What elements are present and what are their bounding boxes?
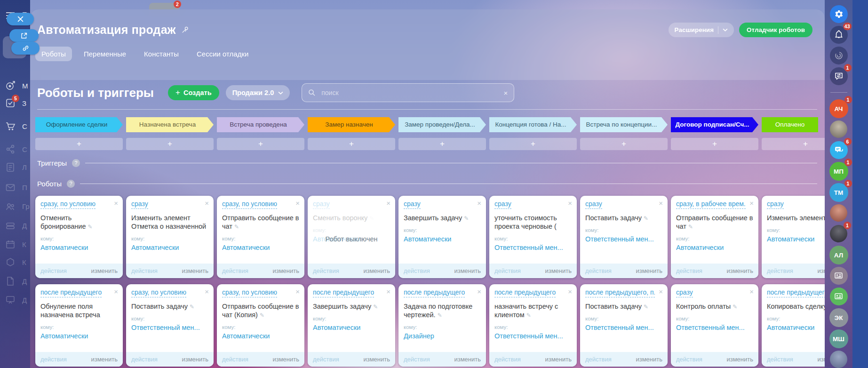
help-icon[interactable]: ? <box>67 180 75 188</box>
edit-pencil-icon[interactable]: ✎ <box>88 224 92 230</box>
robot-assignee-link[interactable]: Ответственный мен... <box>494 244 572 251</box>
sidebar-item-Л[interactable]: Л <box>5 162 27 172</box>
robot-close-icon[interactable]: × <box>386 288 390 296</box>
actions-link[interactable]: действия <box>494 267 521 274</box>
robot-close-icon[interactable]: × <box>295 199 300 207</box>
edit-link[interactable]: изменить <box>91 356 118 363</box>
edit-link[interactable]: изменить <box>726 356 753 363</box>
robot-close-icon[interactable]: × <box>477 288 481 296</box>
stage-chevron[interactable]: Назначена встреча <box>126 117 214 132</box>
robot-assignee-link[interactable]: Автоматически <box>404 235 481 243</box>
tab-Сессии отладки[interactable]: Сессии отладки <box>191 47 255 61</box>
robot-when-link[interactable]: сразу <box>767 200 784 209</box>
robot-assignee-link[interactable]: Ответственный мен... <box>585 235 662 243</box>
add-robot-button[interactable]: + <box>126 138 214 150</box>
edit-link[interactable]: изменить <box>545 356 572 363</box>
robot-close-icon[interactable]: × <box>295 288 300 296</box>
edit-link[interactable]: изменить <box>636 267 662 274</box>
robot-assignee-link[interactable]: Автоматически <box>40 244 118 251</box>
robot-close-icon[interactable]: × <box>568 288 572 296</box>
robot-assignee-link[interactable]: Ответственный мен... <box>585 324 662 331</box>
add-robot-button[interactable]: + <box>671 138 758 150</box>
robot-assignee-link[interactable]: Автоматически <box>767 235 825 243</box>
actions-link[interactable]: действия <box>767 267 793 274</box>
contacts-card-icon[interactable] <box>830 267 848 285</box>
tab-Константы[interactable]: Константы <box>138 47 185 61</box>
edit-link[interactable]: изменить <box>91 267 118 274</box>
support-spiral-icon[interactable] <box>830 47 848 64</box>
robot-when-link[interactable]: сразу <box>494 200 511 209</box>
robot-when-link[interactable]: сразу, по условию <box>222 200 277 209</box>
actions-link[interactable]: действия <box>676 267 702 274</box>
robot-when-link[interactable]: после предыдущего <box>767 288 825 297</box>
stage-chevron[interactable]: Встреча проведена <box>217 117 304 132</box>
robot-when-link[interactable]: сразу <box>131 200 148 209</box>
close-slider-button[interactable] <box>7 13 34 25</box>
edit-pencil-icon[interactable]: ✎ <box>234 224 239 230</box>
robot-close-icon[interactable]: × <box>749 199 754 207</box>
robot-assignee-link[interactable]: Автоматически <box>767 324 825 331</box>
edit-link[interactable]: изменить <box>545 267 572 274</box>
robot-close-icon[interactable]: × <box>568 199 572 207</box>
messenger-icon[interactable]: 6 <box>830 141 848 159</box>
sidebar-item-К[interactable]: К <box>5 257 26 267</box>
robot-close-icon[interactable]: × <box>205 199 209 207</box>
pin-icon[interactable] <box>181 26 189 34</box>
tab-Роботы[interactable]: Роботы <box>35 47 72 61</box>
robot-assignee-link[interactable]: Автоматически <box>131 244 208 251</box>
avatar-ek[interactable]: ЭК <box>829 308 848 327</box>
create-button[interactable]: + Создать <box>168 85 219 100</box>
add-robot-button[interactable]: + <box>308 138 395 150</box>
add-robot-button[interactable]: + <box>35 138 123 150</box>
edit-pencil-icon[interactable]: ✎ <box>733 304 737 310</box>
edit-pencil-icon[interactable]: ✎ <box>644 215 648 222</box>
add-robot-button[interactable]: + <box>217 138 304 150</box>
stage-chevron[interactable]: Оплачено <box>762 117 818 132</box>
robot-when-link[interactable]: сразу, по условию <box>222 288 277 297</box>
add-robot-button[interactable]: + <box>762 138 825 150</box>
actions-link[interactable]: действия <box>313 267 339 274</box>
robot-close-icon[interactable]: × <box>659 199 663 207</box>
copy-link-button[interactable] <box>11 42 40 55</box>
robot-assignee-link[interactable]: Автоматически <box>40 332 118 340</box>
edit-link[interactable]: изменить <box>726 267 753 274</box>
edit-pencil-icon[interactable]: ✎ <box>260 312 264 319</box>
robot-assignee-link[interactable]: Автоматически <box>222 332 299 340</box>
avatar-tm[interactable]: ТМ1 <box>829 183 848 202</box>
avatar-photo-dark[interactable]: 1 <box>830 225 847 242</box>
sidebar-item-К[interactable]: К <box>5 239 26 249</box>
robot-close-icon[interactable]: × <box>659 288 663 296</box>
pipeline-selector[interactable]: Продажи 2.0 <box>226 85 290 100</box>
robot-assignee-link[interactable]: Ответственный мен... <box>494 332 572 340</box>
stage-chevron[interactable]: Оформление сделки <box>35 117 123 132</box>
actions-link[interactable]: действия <box>404 356 430 363</box>
tab-Переменные[interactable]: Переменные <box>78 47 132 61</box>
robot-close-icon[interactable]: × <box>205 288 209 296</box>
actions-link[interactable]: действия <box>313 356 339 363</box>
actions-link[interactable]: действия <box>131 356 158 363</box>
robot-when-link[interactable]: после предыдущего <box>494 288 556 297</box>
edit-pencil-icon[interactable]: ✎ <box>190 304 194 310</box>
help-icon[interactable]: ? <box>72 159 80 167</box>
edit-link[interactable]: изменить <box>636 356 662 363</box>
robot-when-link[interactable]: после предыдущего <box>40 288 102 297</box>
robot-assignee-link[interactable]: Автоматически <box>313 324 390 331</box>
edit-link[interactable]: изменить <box>272 267 299 274</box>
contacts-card-icon[interactable] <box>830 288 848 305</box>
robot-close-icon[interactable]: × <box>386 199 390 207</box>
actions-link[interactable]: действия <box>40 356 67 363</box>
edit-link[interactable]: изменить <box>817 356 825 363</box>
avatar-mp[interactable]: МП1 <box>829 162 848 181</box>
sidebar-item-П[interactable]: П <box>5 182 27 192</box>
robot-close-icon[interactable]: × <box>114 288 118 296</box>
stage-chevron[interactable]: Замер назначен <box>308 117 395 132</box>
stage-chevron[interactable]: Концепция готова / На... <box>489 117 577 132</box>
edit-pencil-icon[interactable]: ✎ <box>526 312 531 319</box>
actions-link[interactable]: действия <box>585 356 612 363</box>
robot-when-link[interactable]: сразу <box>404 200 421 209</box>
edit-pencil-icon[interactable]: ✎ <box>369 215 374 222</box>
robot-assignee-link[interactable]: Ответственный мен... <box>676 324 753 331</box>
robot-when-link[interactable]: после предыдущего <box>404 288 465 297</box>
search-clear-icon[interactable]: × <box>503 89 508 97</box>
actions-link[interactable]: действия <box>585 267 612 274</box>
